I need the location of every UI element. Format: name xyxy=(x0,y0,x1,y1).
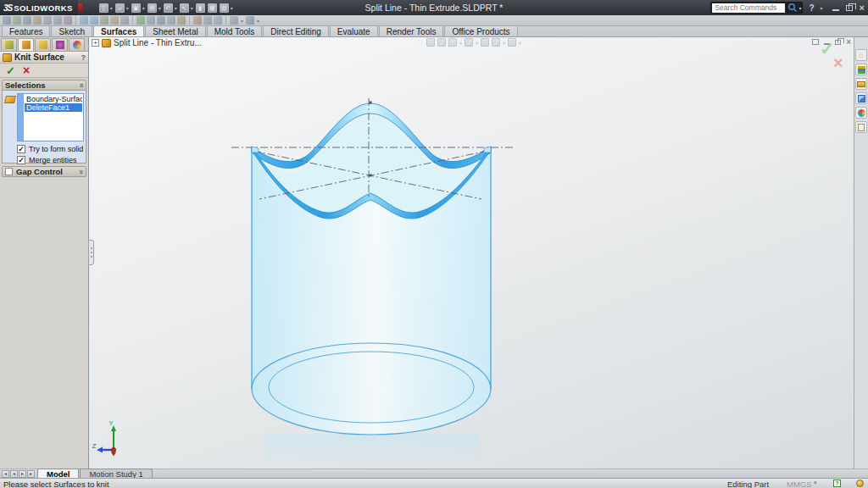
ok-button[interactable]: ✓ xyxy=(6,65,15,76)
toolbar-icon[interactable] xyxy=(80,16,88,25)
first-tab-button[interactable]: ◂ xyxy=(2,470,9,478)
tab-mold-tools[interactable]: Mold Tools xyxy=(207,25,263,36)
design-library-icon[interactable] xyxy=(855,64,867,75)
select-dropdown-icon[interactable]: ▾ xyxy=(191,5,193,11)
new-dropdown-icon[interactable]: ▾ xyxy=(110,5,113,11)
appearances-scenes-icon[interactable] xyxy=(855,107,867,119)
solidworks-logo[interactable]: 3S SOLIDWORKS xyxy=(0,0,78,15)
tab-sheet-metal[interactable]: Sheet Metal xyxy=(145,25,205,36)
custom-properties-icon[interactable] xyxy=(855,121,867,133)
tab-surfaces[interactable]: Surfaces xyxy=(93,25,144,36)
toolbar-icon[interactable] xyxy=(230,16,238,25)
toolbar-icon[interactable] xyxy=(3,16,11,25)
toolbar-icon[interactable] xyxy=(193,16,202,25)
restore-button[interactable] xyxy=(846,5,853,11)
selection-list-box[interactable]: Boundary-Surface2 DeleteFace1 xyxy=(17,93,84,141)
open-dropdown-icon[interactable]: ▾ xyxy=(126,5,129,11)
tab-evaluate[interactable]: Evaluate xyxy=(330,25,378,36)
select-icon[interactable]: ↖ xyxy=(180,3,189,13)
expand-chevron-icon[interactable]: » xyxy=(76,169,85,174)
checkbox-checked[interactable]: ✓ xyxy=(17,145,25,153)
search-icon[interactable] xyxy=(787,3,798,13)
cancel-button[interactable]: × xyxy=(23,64,30,76)
model-canvas[interactable] xyxy=(89,37,854,469)
toolbar-dropdown-icon[interactable]: ▾ xyxy=(257,18,259,24)
toolbar-icon[interactable] xyxy=(110,16,119,25)
confirmation-ok-button[interactable]: ✓ xyxy=(820,39,835,59)
doc-restore-icon[interactable] xyxy=(835,40,841,45)
display-style-dropdown-icon[interactable]: ▾ xyxy=(476,40,478,46)
appearances-icon[interactable] xyxy=(492,38,500,47)
dimxpert-manager-tab[interactable] xyxy=(52,38,68,51)
configuration-manager-tab[interactable] xyxy=(35,38,51,51)
display-style-icon[interactable] xyxy=(465,38,473,47)
zoom-area-icon[interactable] xyxy=(437,38,446,47)
merge-entities-option[interactable]: ✓ Merge entities xyxy=(17,156,77,164)
view-palette-icon[interactable] xyxy=(855,92,867,104)
open-icon[interactable]: ▱ xyxy=(115,3,125,13)
print-icon[interactable]: ▤ xyxy=(147,3,157,13)
zoom-fit-icon[interactable] xyxy=(426,38,435,47)
tab-office-products[interactable]: Office Products xyxy=(444,25,517,36)
search-input[interactable] xyxy=(712,3,785,13)
selections-group-header[interactable]: Selections » xyxy=(2,80,86,91)
toolbar-icon[interactable] xyxy=(246,16,254,25)
hide-show-items-icon[interactable] xyxy=(481,38,489,47)
options-icon[interactable]: ▧ xyxy=(220,3,229,13)
print-dropdown-icon[interactable]: ▾ xyxy=(159,5,161,11)
minimize-button[interactable] xyxy=(832,9,839,11)
panel-splitter-handle[interactable] xyxy=(88,240,94,265)
tab-sketch[interactable]: Sketch xyxy=(51,25,92,36)
part-name[interactable]: Split Line - Thin Extru... xyxy=(114,38,202,47)
toolbar-icon[interactable] xyxy=(90,16,98,25)
toolbar-icon[interactable] xyxy=(214,16,222,25)
list-item-selected[interactable]: DeleteFace1 xyxy=(25,103,82,112)
units-dropdown-icon[interactable]: ▾ xyxy=(814,480,817,486)
toolbar-icon[interactable] xyxy=(157,16,165,25)
collapse-chevron-icon[interactable]: » xyxy=(76,83,85,87)
doc-cascade-icon[interactable] xyxy=(812,39,819,45)
gap-control-group-header[interactable]: Gap Control » xyxy=(2,166,86,177)
list-item[interactable]: Boundary-Surface2 xyxy=(25,95,82,103)
save-dropdown-icon[interactable]: ▾ xyxy=(142,5,145,11)
toolbar-icon[interactable] xyxy=(64,16,72,25)
save-icon[interactable]: ▣ xyxy=(131,3,141,13)
toolbar-dropdown-icon[interactable]: ▾ xyxy=(241,18,243,24)
graphics-viewport[interactable]: + Split Line - Thin Extru... ▾ ▾ ▾ ▾ × xyxy=(89,37,854,469)
scene-dropdown-icon[interactable]: ▾ xyxy=(519,40,521,46)
toolbar-icon[interactable] xyxy=(23,16,31,25)
options-dropdown-icon[interactable]: ▾ xyxy=(231,5,233,11)
toolbar-icon[interactable] xyxy=(13,16,21,25)
toolbar-icon[interactable] xyxy=(136,16,145,25)
toolbar-icon[interactable] xyxy=(167,16,175,25)
toolbar-icon[interactable] xyxy=(33,16,42,25)
appearances-dropdown-icon[interactable]: ▾ xyxy=(503,40,505,46)
property-manager-tab[interactable] xyxy=(18,38,34,51)
toolbar-icon[interactable] xyxy=(147,16,155,25)
help-dropdown-icon[interactable]: ▾ xyxy=(821,5,823,11)
undo-icon[interactable]: ↶ xyxy=(164,3,173,13)
file-properties-icon[interactable]: ▦ xyxy=(208,3,217,13)
gap-control-checkbox[interactable] xyxy=(5,168,13,175)
units-label[interactable]: MMGS xyxy=(787,480,812,488)
tab-direct-editing[interactable]: Direct Editing xyxy=(263,25,328,36)
search-dropdown-icon[interactable]: ▾ xyxy=(798,5,801,11)
next-tab-button[interactable]: ▸ xyxy=(19,470,26,478)
model-tab[interactable]: Model xyxy=(37,469,79,478)
last-tab-button[interactable]: ▸ xyxy=(27,470,35,478)
tab-render-tools[interactable]: Render Tools xyxy=(379,25,444,36)
tree-expand-icon[interactable]: + xyxy=(92,39,99,47)
close-button[interactable]: × xyxy=(860,3,865,12)
tab-features[interactable]: Features xyxy=(2,25,50,36)
toolbar-icon[interactable] xyxy=(43,16,52,25)
toolbar-icon[interactable] xyxy=(177,16,186,25)
custom-properties-tag-icon[interactable]: ? xyxy=(833,480,841,487)
toolbar-icon[interactable] xyxy=(203,16,212,25)
solidworks-resources-icon[interactable]: ⌂ xyxy=(855,49,867,61)
assistant-coin-icon[interactable] xyxy=(856,480,864,487)
help-button[interactable]: ? xyxy=(809,3,814,13)
undo-dropdown-icon[interactable]: ▾ xyxy=(175,5,177,11)
feature-help-icon[interactable]: ? xyxy=(81,53,86,62)
wall-edge-right[interactable] xyxy=(484,147,491,152)
view-orientation-dropdown-icon[interactable]: ▾ xyxy=(459,40,462,46)
